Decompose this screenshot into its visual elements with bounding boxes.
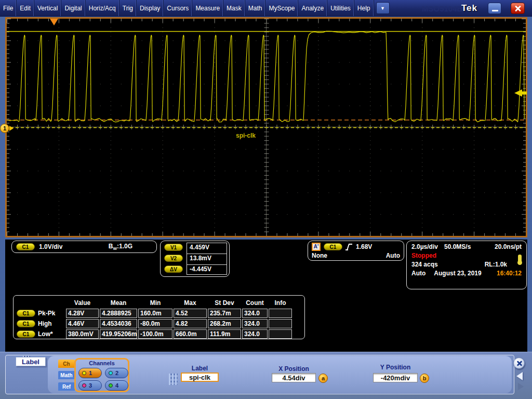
menu-analyze[interactable]: Analyze bbox=[298, 0, 327, 16]
channel-1-color-dot bbox=[82, 371, 86, 375]
channel-4-button[interactable]: 4 bbox=[105, 380, 128, 391]
table-cell: 4.52 bbox=[174, 309, 207, 318]
tab-ch[interactable]: Ch bbox=[58, 360, 75, 368]
table-cell: -100.0m bbox=[138, 329, 172, 339]
table-cell bbox=[269, 319, 292, 328]
meas-header-max: Max bbox=[174, 299, 207, 307]
trigger-mode-auto: Auto bbox=[411, 270, 425, 277]
graticule-and-trace bbox=[7, 19, 526, 236]
menu-overflow-dropdown-icon[interactable]: ▼ bbox=[376, 2, 390, 14]
table-cell: 4.46V bbox=[66, 319, 99, 328]
table-cell: 235.7m bbox=[208, 309, 241, 318]
virtual-keyboard-icon[interactable] bbox=[169, 374, 178, 385]
menu-horiz-acq[interactable]: Horiz/Acq bbox=[86, 0, 119, 16]
table-cell: 160.0m bbox=[138, 309, 172, 318]
menu-display[interactable]: Display bbox=[137, 0, 164, 16]
trigger-mode: None bbox=[312, 252, 327, 259]
window-close-button[interactable] bbox=[511, 3, 525, 14]
menu-measure[interactable]: Measure bbox=[192, 0, 223, 16]
menu-mask[interactable]: Mask bbox=[223, 0, 245, 16]
menu-math[interactable]: Math bbox=[245, 0, 266, 16]
menu-help[interactable]: Help bbox=[354, 0, 374, 16]
meas-header-value: Value bbox=[66, 299, 99, 307]
meas-row-pkpk-label[interactable]: C1Pk-Pk bbox=[17, 310, 65, 317]
menu-vertical[interactable]: Vertical bbox=[34, 0, 61, 16]
waveform-display: spi-clk bbox=[5, 17, 527, 237]
meas-header-count: Count bbox=[242, 299, 268, 307]
menu-file[interactable]: File bbox=[0, 0, 17, 16]
menu-utilities[interactable]: Utilities bbox=[327, 0, 354, 16]
channel-2-button[interactable]: 2 bbox=[105, 368, 128, 378]
menu-edit[interactable]: Edit bbox=[17, 0, 34, 16]
table-cell: 419.95206m bbox=[100, 329, 137, 339]
label-field-caption: Label bbox=[181, 365, 219, 372]
meas-row-low-label[interactable]: C1Low* bbox=[17, 330, 65, 338]
meas-ch-badge: C1 bbox=[17, 330, 35, 338]
panel-prev-arrow[interactable] bbox=[516, 372, 523, 380]
y-position-caption: Y Position bbox=[373, 364, 418, 371]
channel1-ground-arrow-icon bbox=[9, 126, 14, 131]
knob-b-indicator[interactable]: b bbox=[420, 374, 429, 383]
x-position-input[interactable]: 4.54div bbox=[272, 373, 316, 382]
meas-header-info: Info bbox=[269, 299, 292, 307]
channel-3-button[interactable]: 3 bbox=[78, 380, 102, 391]
meas-header-stdev: St Dev bbox=[208, 299, 241, 307]
meas-header-mean: Mean bbox=[100, 299, 137, 307]
table-cell: 4.2888925 bbox=[100, 309, 137, 318]
waveform-label[interactable]: spi-clk bbox=[236, 132, 256, 139]
trigger-readout[interactable]: A' C1 1.68V None Auto bbox=[308, 241, 404, 261]
menu-digital[interactable]: Digital bbox=[61, 0, 85, 16]
horizontal-acquisition-readout[interactable]: 2.0µs/div 50.0MS/s 20.0ns/pt Stopped 324… bbox=[406, 241, 527, 289]
y-position-input[interactable]: -420mdiv bbox=[373, 373, 418, 382]
record-length: RL:1.0k bbox=[485, 261, 507, 268]
table-cell: 268.2m bbox=[208, 319, 241, 328]
menu-bar: File Edit Vertical Digital Horiz/Acq Tri… bbox=[0, 0, 532, 17]
table-cell: 4.82 bbox=[174, 319, 207, 328]
trigger-level-arrow-tail bbox=[522, 91, 527, 95]
table-cell: 324.0 bbox=[242, 309, 268, 318]
knob-a-indicator[interactable]: a bbox=[318, 374, 328, 383]
trigger-level-arrow-icon[interactable] bbox=[514, 89, 522, 97]
channel-1-button[interactable]: 1 bbox=[78, 368, 102, 378]
table-cell bbox=[269, 309, 292, 318]
sample-resolution: 20.0ns/pt bbox=[495, 243, 522, 250]
cursor-v2-value: 13.8mV bbox=[188, 255, 224, 262]
acquisition-state: Stopped bbox=[411, 252, 436, 259]
tab-ref[interactable]: Ref bbox=[58, 382, 75, 391]
cursor-v1-value: 4.459V bbox=[188, 244, 224, 251]
panel-close-button[interactable] bbox=[513, 357, 525, 369]
measurement-table: Value Mean Min Max St Dev Count Info C1P… bbox=[13, 295, 305, 339]
table-cell: 4.4534036 bbox=[100, 319, 137, 328]
menu-myscope[interactable]: MyScope bbox=[265, 0, 298, 16]
horizontal-scale: 2.0µs/div bbox=[411, 243, 438, 250]
time: 16:40:12 bbox=[497, 270, 522, 277]
model-number: MSO5104B bbox=[422, 4, 462, 13]
record-position-icon bbox=[518, 255, 522, 263]
channel1-readout[interactable]: C1 1.0V/div BW:1.0G bbox=[11, 241, 157, 253]
a-trigger-badge: A' bbox=[312, 243, 321, 251]
tab-math[interactable]: Math bbox=[58, 371, 75, 379]
trigger-position-marker-icon[interactable] bbox=[50, 19, 58, 25]
table-cell: 111.9m bbox=[208, 329, 241, 339]
date: August 23, 2019 bbox=[434, 270, 481, 277]
x-position-caption: X Position bbox=[272, 365, 316, 373]
label-input[interactable]: spi-clk bbox=[181, 373, 219, 382]
minimize-button[interactable] bbox=[488, 3, 501, 14]
channel1-ground-marker[interactable]: 1 bbox=[0, 124, 9, 133]
readout-panel: C1 1.0V/div BW:1.0G V1 V2 ΔV 4.459V 13.8… bbox=[5, 240, 527, 352]
panel-next-arrow bbox=[518, 383, 524, 390]
menu-cursors[interactable]: Cursors bbox=[164, 0, 192, 16]
channel-2-color-dot bbox=[109, 371, 113, 375]
label-control-panel: Label Ch Math Ref Channels 1 2 3 4 Label… bbox=[0, 352, 532, 399]
channels-group-label: Channels bbox=[76, 360, 128, 366]
channel-3-color-dot bbox=[82, 383, 86, 388]
panel-title: Label bbox=[16, 357, 46, 366]
meas-header-min: Min bbox=[138, 299, 172, 307]
menu-trig[interactable]: Trig bbox=[119, 0, 137, 16]
meas-ch-badge: C1 bbox=[17, 310, 35, 317]
meas-row-high-label[interactable]: C1High bbox=[17, 320, 65, 327]
sample-rate: 50.0MS/s bbox=[444, 243, 471, 250]
cursor-readout[interactable]: V1 V2 ΔV 4.459V 13.8mV -4.445V bbox=[160, 241, 230, 277]
cursor-v1-badge: V1 bbox=[164, 244, 183, 251]
table-cell bbox=[269, 329, 292, 339]
